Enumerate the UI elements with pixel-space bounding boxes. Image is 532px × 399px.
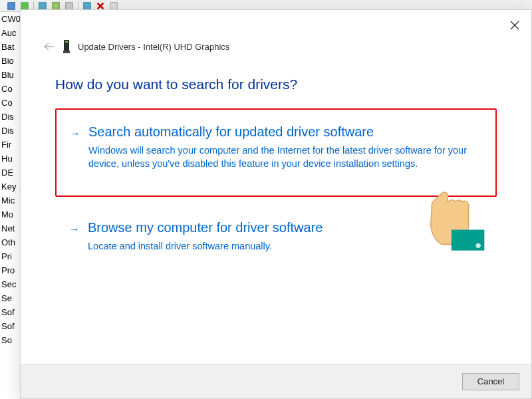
dialog-header: Update Drivers - Intel(R) UHD Graphics [21, 10, 531, 54]
tree-item-fragment: Mo [0, 207, 20, 221]
device-icon [62, 39, 71, 54]
options-container: → Search automatically for updated drive… [55, 108, 497, 267]
dialog-title: Update Drivers - Intel(R) UHD Graphics [78, 42, 229, 52]
svg-rect-6 [110, 2, 118, 9]
close-icon [510, 21, 519, 30]
update-drivers-dialog: Update Drivers - Intel(R) UHD Graphics H… [20, 9, 532, 399]
tree-item-fragment: Key [0, 180, 20, 194]
tree-item-fragment: Fir [0, 138, 20, 152]
tree-item-fragment: Sof [0, 305, 20, 319]
tree-item-fragment: Oth [0, 235, 20, 249]
option-title: Browse my computer for driver software [88, 220, 483, 235]
svg-rect-4 [66, 2, 73, 9]
svg-rect-2 [39, 2, 47, 9]
tree-item-fragment: Dis [0, 110, 20, 124]
tree-item-fragment: Sec [0, 277, 20, 291]
tree-item-fragment: Co [0, 82, 20, 96]
tree-item-fragment: Net [0, 221, 20, 235]
tree-item-fragment: Dis [0, 124, 20, 138]
tree-item-fragment: Pro [0, 263, 20, 277]
tree-item-fragment: So [0, 333, 20, 347]
tree-item-fragment: Se [0, 291, 20, 305]
toolbar-icon [7, 1, 16, 11]
tree-item-fragment: Sof [0, 319, 20, 333]
tree-item-fragment: Auc [0, 26, 20, 40]
tree-item-fragment: Blu [0, 68, 20, 82]
dialog-footer: Cancel [21, 364, 531, 398]
arrow-right-icon: → [69, 220, 80, 239]
option-title: Search automatically for updated driver … [88, 124, 482, 140]
option-description: Windows will search your computer and th… [88, 144, 482, 170]
svg-rect-8 [65, 41, 68, 43]
background-device-tree: CW0AucBatBioBluCoCoDisDisFirHuDEKeyMicMo… [0, 12, 20, 399]
option-description: Locate and install driver software manua… [88, 239, 483, 253]
tree-item-fragment: Mic [0, 194, 20, 207]
option-search-automatically[interactable]: → Search automatically for updated drive… [55, 108, 497, 197]
back-arrow-icon [44, 43, 55, 51]
arrow-right-icon: → [70, 124, 80, 143]
tree-item-fragment: Hu [0, 152, 20, 166]
svg-rect-0 [8, 2, 15, 9]
tree-item-fragment: Pri [0, 249, 20, 263]
tree-item-fragment: Co [0, 96, 20, 110]
dialog-question: How do you want to search for drivers? [55, 76, 497, 92]
tree-item-fragment: Bat [0, 40, 20, 54]
back-button[interactable] [43, 41, 55, 53]
close-button[interactable] [505, 15, 525, 35]
tree-item-fragment: CW0 [0, 12, 20, 26]
svg-rect-5 [84, 2, 91, 9]
svg-rect-3 [53, 2, 60, 9]
tree-item-fragment: DE [0, 166, 20, 180]
svg-rect-9 [63, 51, 70, 53]
tree-item-fragment: Bio [0, 54, 20, 68]
cancel-button[interactable]: Cancel [462, 373, 519, 390]
option-browse-computer[interactable]: → Browse my computer for driver software… [55, 209, 497, 267]
svg-rect-1 [21, 2, 29, 9]
